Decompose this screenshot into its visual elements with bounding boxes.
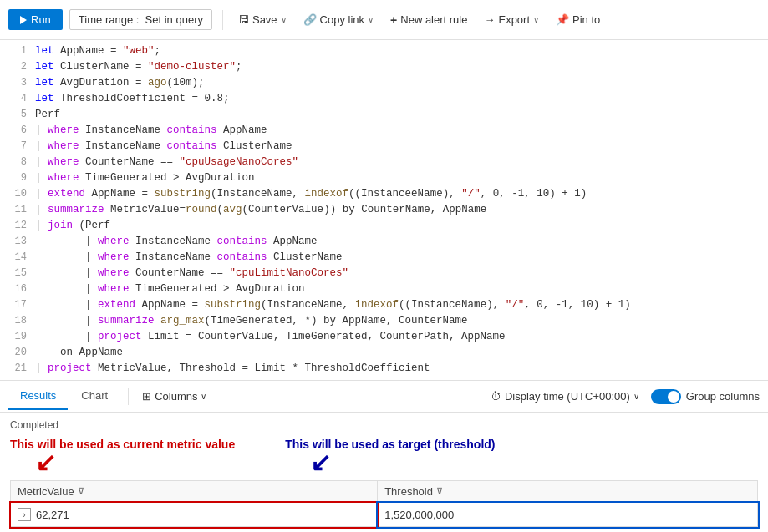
red-arrow-container: ↙: [10, 451, 56, 477]
code-token: "/": [506, 299, 525, 311]
code-text[interactable]: | where InstanceName contains ClusterNam…: [35, 250, 761, 266]
code-token: project: [48, 362, 92, 374]
code-token: let: [35, 93, 54, 104]
code-line-7: 7| where InstanceName contains ClusterNa…: [0, 139, 768, 155]
code-line-17: 17 | extend AppName = substring(Instance…: [0, 297, 768, 313]
new-alert-label: New alert rule: [400, 13, 467, 26]
code-token: ((InstanceeName),: [348, 188, 461, 200]
code-token: CounterName ==: [79, 156, 180, 168]
code-line-4: 4let ThresholdCoefficient = 0.8;: [0, 91, 768, 107]
save-chevron-icon: ∨: [281, 15, 287, 24]
code-line-16: 16 | where TimeGenerated > AvgDuration: [0, 281, 768, 297]
code-text[interactable]: | extend AppName = substring(InstanceNam…: [35, 186, 761, 202]
code-line-19: 19 | project Limit = CounterValue, TimeG…: [0, 329, 768, 345]
export-button[interactable]: → Export ∨: [479, 10, 544, 29]
code-token: let: [35, 77, 54, 89]
save-button[interactable]: 🖫 Save ∨: [233, 10, 292, 29]
code-token: where: [98, 251, 130, 263]
code-token: |: [35, 299, 98, 311]
code-text[interactable]: | where InstanceName contains AppName: [35, 234, 761, 250]
copy-link-button[interactable]: 🔗 Copy link ∨: [298, 10, 379, 29]
code-text[interactable]: | summarize MetricValue=round(avg(Counte…: [35, 202, 761, 218]
code-editor: 1let AppName = "web";2let ClusterName = …: [0, 40, 768, 381]
plus-icon: +: [390, 13, 397, 27]
code-text[interactable]: on AppName: [35, 345, 761, 361]
line-number: 9: [7, 170, 27, 186]
code-text[interactable]: | where InstanceName contains ClusterNam…: [35, 139, 761, 155]
code-line-2: 2let ClusterName = "demo-cluster";: [0, 59, 768, 75]
code-token: |: [35, 140, 48, 152]
code-token: where: [98, 283, 130, 295]
code-token: avg: [223, 204, 242, 215]
code-text[interactable]: | where CounterName == "cpuUsageNanoCore…: [35, 155, 761, 170]
code-text[interactable]: | where CounterName == "cpuLimitNanoCore…: [35, 266, 761, 281]
results-area: Completed This will be used as current m…: [0, 413, 768, 530]
code-token: let: [35, 45, 54, 57]
blue-arrow-container: ↙: [285, 451, 331, 477]
table-header-row: MetricValue ⊽ Threshold ⊽: [11, 481, 758, 503]
tab-chart[interactable]: Chart: [69, 383, 120, 410]
code-line-5: 5Perf: [0, 107, 768, 123]
code-text[interactable]: let ThresholdCoefficient = 0.8;: [35, 91, 761, 107]
pin-button[interactable]: 📌 Pin to: [551, 10, 605, 29]
threshold-filter-icon[interactable]: ⊽: [436, 486, 443, 497]
tab-right-controls: ⏱ Display time (UTC+00:00) ∨ Group colum…: [486, 387, 760, 406]
code-text[interactable]: | project MetricValue, Threshold = Limit…: [35, 361, 761, 377]
code-token: "demo-cluster": [148, 61, 236, 73]
time-range-button[interactable]: Time range : Set in query: [69, 9, 212, 30]
line-number: 1: [7, 43, 27, 59]
code-text[interactable]: | summarize arg_max(TimeGenerated, *) by…: [35, 313, 761, 329]
code-token: TimeGenerated > AvgDuration: [130, 283, 305, 295]
code-text[interactable]: | extend AppName = substring(InstanceNam…: [35, 297, 761, 313]
display-time-button[interactable]: ⏱ Display time (UTC+00:00) ∨: [486, 387, 644, 406]
code-token: (InstanceName,: [211, 188, 305, 200]
blue-arrow-icon: ↙: [310, 448, 331, 477]
code-text[interactable]: | where TimeGenerated > AvgDuration: [35, 170, 761, 186]
run-button[interactable]: Run: [8, 9, 63, 30]
code-token: substring: [205, 299, 262, 311]
code-token: arg_max: [160, 315, 205, 327]
line-number: 19: [7, 329, 27, 345]
code-text[interactable]: | where TimeGenerated > AvgDuration: [35, 281, 761, 297]
code-token: summarize: [48, 204, 104, 215]
table-row: › 62,271 1,520,000,000: [11, 503, 758, 527]
code-token: "cpuLimitNanoCores": [230, 267, 349, 279]
code-text[interactable]: let ClusterName = "demo-cluster";: [35, 59, 761, 75]
code-line-10: 10| extend AppName = substring(InstanceN…: [0, 186, 768, 202]
display-time-chevron-icon: ∨: [633, 392, 639, 401]
code-line-20: 20 on AppName: [0, 345, 768, 361]
code-token: ClusterName: [267, 251, 343, 263]
columns-button[interactable]: ⊞ Columns ∨: [135, 387, 213, 406]
code-text[interactable]: | join (Perf: [35, 218, 761, 234]
metricvalue-value: 62,271: [36, 509, 69, 521]
code-line-6: 6| where InstanceName contains AppName: [0, 123, 768, 139]
metricvalue-filter-icon[interactable]: ⊽: [78, 486, 84, 497]
row-expand-button[interactable]: ›: [18, 508, 31, 521]
code-line-21: 21| project MetricValue, Threshold = Lim…: [0, 361, 768, 377]
code-line-1: 1let AppName = "web";: [0, 43, 768, 59]
line-number: 15: [7, 266, 27, 281]
code-line-8: 8| where CounterName == "cpuUsageNanoCor…: [0, 155, 768, 170]
code-text[interactable]: let AppName = "web";: [35, 43, 761, 59]
group-columns-toggle[interactable]: [651, 389, 681, 404]
code-token: |: [35, 156, 48, 168]
code-token: InstanceName: [130, 236, 217, 247]
code-line-15: 15 | where CounterName == "cpuLimitNanoC…: [0, 266, 768, 281]
code-token: "cpuUsageNanoCores": [180, 156, 299, 168]
tab-results[interactable]: Results: [8, 383, 68, 410]
code-token: |: [35, 315, 98, 327]
new-alert-button[interactable]: + New alert rule: [385, 10, 472, 30]
code-text[interactable]: let AvgDuration = ago(10m);: [35, 75, 761, 91]
code-token: where: [48, 156, 79, 168]
threshold-cell: 1,520,000,000: [378, 503, 758, 527]
code-token: Perf: [35, 109, 60, 120]
code-token: where: [98, 236, 130, 247]
code-text[interactable]: Perf: [35, 107, 761, 123]
code-token: InstanceName: [79, 124, 167, 136]
line-number: 18: [7, 313, 27, 329]
line-number: 3: [7, 75, 27, 91]
code-text[interactable]: | where InstanceName contains AppName: [35, 123, 761, 139]
group-columns-label: Group columns: [686, 390, 760, 403]
code-token: |: [35, 220, 48, 231]
code-text[interactable]: | project Limit = CounterValue, TimeGene…: [35, 329, 761, 345]
